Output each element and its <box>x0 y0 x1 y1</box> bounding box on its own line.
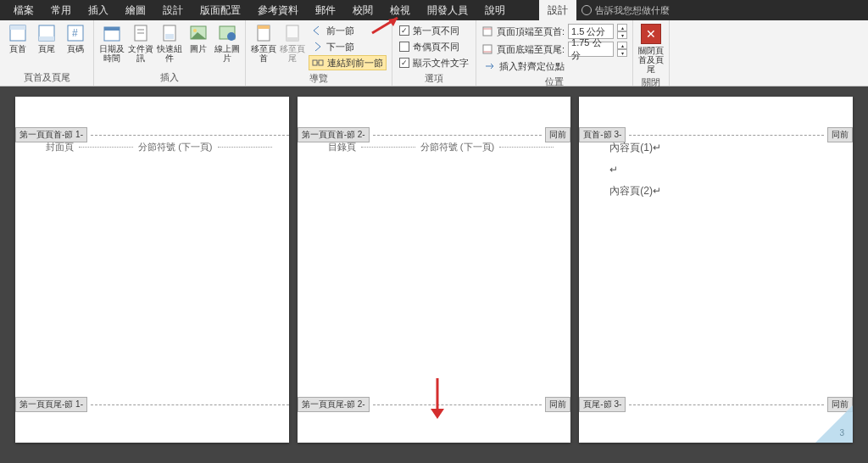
first-page-different-checkbox[interactable]: ✓第一頁不同 <box>398 23 470 38</box>
menu-tab-help[interactable]: 說明 <box>476 0 514 21</box>
checkbox-checked-icon: ✓ <box>399 58 409 68</box>
menu-tab-references[interactable]: 參考資料 <box>249 0 307 21</box>
menu-tab-file[interactable]: 檔案 <box>5 0 42 21</box>
prev-section-button[interactable]: 前一節 <box>309 23 387 38</box>
group-header-footer: 頁首 頁尾 #頁碼 頁首及頁尾 <box>0 20 94 86</box>
gotofooter-button[interactable]: 移至頁尾 <box>278 22 307 64</box>
margin-top-icon <box>481 25 493 37</box>
bulb-icon <box>581 5 592 15</box>
menu-tab-mailings[interactable]: 郵件 <box>307 0 344 21</box>
svg-point-16 <box>227 32 236 41</box>
page-content: 封面頁分節符號 (下一頁) <box>46 141 272 153</box>
tell-me[interactable]: 告訴我您想做什麼 <box>581 4 670 17</box>
group-close: ✕關閉頁首及頁尾 關閉 <box>633 20 670 86</box>
svg-rect-22 <box>319 60 323 65</box>
page-content: 目錄頁分節符號 (下一頁) <box>328 141 554 153</box>
checkbox-icon <box>399 42 409 52</box>
close-header-footer-button[interactable]: ✕關閉頁首及頁尾 <box>637 22 665 75</box>
show-document-text-checkbox[interactable]: ✓顯示文件文字 <box>398 55 470 70</box>
calendar-icon <box>103 24 121 42</box>
close-icon: ✕ <box>641 24 661 44</box>
header-top-stepper[interactable]: ▴▾ <box>617 24 627 39</box>
group-navigation: 移至頁首 移至頁尾 前一節 下一節 連結到前一節 導覽 <box>246 20 392 86</box>
footer-tag: 頁尾-節 3- <box>579 397 626 412</box>
group-options: ✓第一頁不同 奇偶頁不同 ✓顯示文件文字 選項 <box>392 20 476 86</box>
svg-rect-7 <box>104 27 120 31</box>
svg-point-14 <box>193 29 197 32</box>
tab-icon <box>484 60 496 72</box>
picture-icon <box>189 24 208 42</box>
datetime-button[interactable]: 日期及時間 <box>97 22 126 64</box>
pictures-button[interactable]: 圖片 <box>184 22 213 55</box>
odd-even-different-checkbox[interactable]: 奇偶頁不同 <box>398 39 470 54</box>
menu-tab-view[interactable]: 檢視 <box>381 0 419 21</box>
quickparts-button[interactable]: 快速組件 <box>155 22 184 64</box>
document-icon <box>131 24 150 42</box>
header-button[interactable]: 頁首 <box>3 22 32 55</box>
quickparts-icon <box>160 24 179 42</box>
page-1[interactable]: 第一頁頁首-節 1- 封面頁分節符號 (下一頁) 第一頁頁尾-節 1- <box>15 97 289 443</box>
next-section-button[interactable]: 下一節 <box>309 39 387 54</box>
page-content: 內容頁(1)↵ ↵ 內容頁(2)↵ <box>609 141 836 207</box>
hash-icon: # <box>66 24 85 42</box>
menu-tab-home[interactable]: 常用 <box>42 0 80 21</box>
goto-header-icon <box>254 24 273 42</box>
menu-tab-headerfooter-design[interactable]: 設計 <box>539 0 576 21</box>
menu-tab-insert[interactable]: 插入 <box>80 0 117 21</box>
gotoheader-button[interactable]: 移至頁首 <box>249 22 278 64</box>
document-area: 第一頁頁首-節 1- 封面頁分節符號 (下一頁) 第一頁頁尾-節 1- 第一頁頁… <box>0 86 868 453</box>
docinfo-button[interactable]: 文件資訊 <box>126 22 155 64</box>
checkbox-checked-icon: ✓ <box>399 25 409 36</box>
pagenumber-button[interactable]: #頁碼 <box>61 22 90 55</box>
menu-tab-draw[interactable]: 繪圖 <box>117 0 154 21</box>
menu-tab-developer[interactable]: 開發人員 <box>419 0 476 21</box>
link-previous-button[interactable]: 連結到前一節 <box>309 55 387 70</box>
svg-rect-18 <box>258 25 270 29</box>
header-icon <box>8 24 27 42</box>
svg-rect-20 <box>287 37 298 41</box>
svg-rect-12 <box>165 34 174 39</box>
group-position: 頁面頂端至頁首:1.5 公分▴▾ 頁面底端至頁尾:1.75 公分▴▾ 插入對齊定… <box>476 20 633 86</box>
onlinepictures-button[interactable]: 線上圖片 <box>213 22 242 64</box>
prev-icon <box>311 25 323 36</box>
next-icon <box>311 41 323 53</box>
footer-from-bottom-input[interactable]: 1.75 公分 <box>568 42 614 57</box>
svg-rect-21 <box>313 60 317 65</box>
insert-tab-button[interactable]: 插入對齊定位點 <box>481 59 627 74</box>
ribbon: 頁首 頁尾 #頁碼 頁首及頁尾 日期及時間 文件資訊 快速組件 圖片 線上圖片 … <box>0 20 868 86</box>
svg-rect-1 <box>10 25 25 30</box>
footer-tag: 第一頁頁尾-節 2- <box>298 397 370 412</box>
svg-text:#: # <box>72 27 78 39</box>
same-as-previous-tag: 同前 <box>545 397 570 412</box>
link-icon <box>312 57 324 69</box>
margin-bottom-icon <box>481 43 493 55</box>
page-3[interactable]: 頁首-節 3-同前 內容頁(1)↵ ↵ 內容頁(2)↵ 頁尾-節 3-同前 3 <box>579 97 853 443</box>
page-2[interactable]: 第一頁頁首-節 2-同前 目錄頁分節符號 (下一頁) 第一頁頁尾-節 2-同前 <box>298 97 571 443</box>
footer-button[interactable]: 頁尾 <box>32 22 61 55</box>
footer-tag: 第一頁頁尾-節 1- <box>15 397 87 412</box>
group-insert: 日期及時間 文件資訊 快速組件 圖片 線上圖片 插入 <box>94 20 246 86</box>
goto-footer-icon <box>283 24 302 42</box>
page-number: 3 <box>839 428 844 438</box>
menu-tab-design[interactable]: 設計 <box>154 0 192 21</box>
footer-band: 第一頁頁尾-節 1- <box>15 397 289 412</box>
menu-bar: 檔案 常用 插入 繪圖 設計 版面配置 參考資料 郵件 校閱 檢視 開發人員 說… <box>0 0 868 20</box>
footer-band: 第一頁頁尾-節 2-同前 <box>298 397 571 412</box>
footer-bottom-stepper[interactable]: ▴▾ <box>617 42 627 57</box>
footer-icon <box>37 24 56 42</box>
menu-tab-review[interactable]: 校閱 <box>344 0 381 21</box>
page-curl-icon <box>815 405 853 443</box>
online-picture-icon <box>218 24 236 42</box>
svg-rect-3 <box>39 36 54 41</box>
footer-band: 頁尾-節 3-同前 <box>579 397 853 412</box>
menu-tab-layout[interactable]: 版面配置 <box>192 0 249 21</box>
